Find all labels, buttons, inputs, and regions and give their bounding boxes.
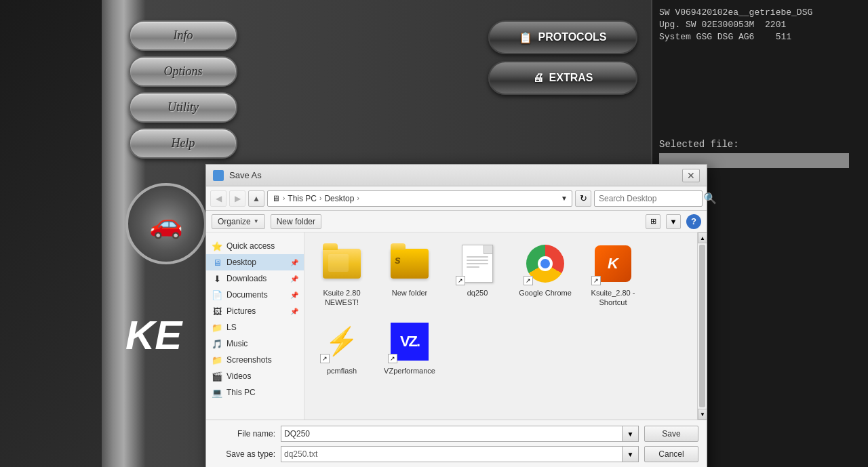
selected-file-label: Selected file:	[659, 139, 861, 150]
new-folder-file-icon: s	[388, 242, 431, 285]
pin-icon: 📌	[290, 259, 298, 266]
file-name-new-folder: New folder	[392, 288, 428, 298]
protocols-button[interactable]: 📋 PROTOCOLS	[488, 20, 637, 54]
sidebar-item-music[interactable]: 🎵 Music	[206, 336, 304, 352]
dialog-sidebar: ⭐ Quick access 🖥 Desktop 📌 ⬇ Downloads 📌…	[206, 232, 304, 420]
ksuite-shortcut-arrow: ↗	[591, 276, 601, 285]
options-button[interactable]: Options	[129, 56, 237, 87]
scroll-down-button[interactable]: ▼	[698, 409, 707, 420]
pcmflash-shortcut-arrow: ↗	[320, 354, 330, 363]
document-shape	[462, 245, 493, 283]
new-folder-button[interactable]: New folder	[271, 214, 321, 229]
file-ksuite-shortcut[interactable]: K ↗ Ksuite_2.80 - Shortcut	[583, 239, 644, 310]
shortcut-arrow: ↗	[456, 276, 465, 285]
system-info-text: SW V069420102ea__getriebe_DSG Upg. SW 02…	[659, 7, 861, 44]
scroll-up-button[interactable]: ▲	[698, 232, 707, 243]
dialog-title-icon	[213, 170, 224, 181]
refresh-button[interactable]: ↻	[575, 190, 591, 207]
save-button[interactable]: Save	[644, 426, 698, 442]
sidebar-item-videos[interactable]: 🎬 Videos	[206, 368, 304, 384]
documents-icon: 📄	[212, 289, 222, 300]
dialog-titlebar: Save As ✕	[206, 165, 707, 186]
file-ksuite-newest[interactable]: Ksuite 2.80NEWEST!	[311, 239, 372, 310]
sidebar-item-label: This PC	[226, 388, 256, 397]
extras-button[interactable]: 🖨 EXTRAS	[488, 61, 637, 95]
pin-icon: 📌	[290, 291, 298, 299]
info-button[interactable]: Info	[129, 20, 237, 51]
save-type-dropdown[interactable]: ▼	[623, 446, 639, 462]
sidebar-item-documents[interactable]: 📄 Documents 📌	[206, 287, 304, 303]
extras-icon: 🖨	[533, 72, 544, 84]
file-name-dropdown[interactable]: ▼	[623, 426, 639, 442]
file-name-chrome: Google Chrome	[519, 288, 572, 298]
view-dropdown[interactable]: ▼	[666, 214, 681, 229]
dialog-bottom: File name: ▼ Save Save as type: dq250.tx…	[206, 420, 707, 467]
dialog-addressbar: ◀ ▶ ▲ 🖥 › This PC › Desktop › ▼ ↻ 🔍	[206, 186, 707, 211]
breadcrumb-dropdown[interactable]: ▼	[561, 195, 568, 202]
pcmflash-icon: ⚡ ↗	[320, 320, 363, 363]
breadcrumb-desktop[interactable]: Desktop	[324, 194, 354, 203]
sidebar-item-quick-access[interactable]: ⭐ Quick access	[206, 238, 304, 254]
search-bar: 🔍	[594, 190, 703, 207]
file-pcmflash[interactable]: ⚡ ↗ pcmflash	[311, 317, 372, 378]
file-new-folder[interactable]: s New folder	[379, 239, 440, 310]
sidebar-item-this-pc[interactable]: 💻 This PC	[206, 384, 304, 401]
sidebar-item-label: Screenshots	[226, 355, 272, 365]
sidebar-item-pictures[interactable]: 🖼 Pictures 📌	[206, 303, 304, 319]
chrome-shortcut-arrow: ↗	[524, 276, 533, 285]
file-name-input[interactable]	[281, 426, 623, 442]
file-vzperformance[interactable]: VZ. ↗ VZperformance	[379, 317, 440, 378]
quick-access-icon: ⭐	[212, 241, 222, 251]
search-input[interactable]	[599, 194, 701, 203]
breadcrumb-sep-3: ›	[357, 195, 359, 202]
new-folder-label: New folder	[277, 217, 315, 226]
save-type-label: Save as type:	[214, 449, 275, 459]
organize-dropdown-icon: ▼	[254, 218, 259, 224]
scroll-thumb[interactable]	[699, 245, 705, 407]
cancel-button[interactable]: Cancel	[644, 446, 698, 462]
sidebar-item-screenshots[interactable]: 📁 Screenshots	[206, 352, 304, 368]
sidebar-item-label: Music	[226, 339, 248, 348]
downloads-icon: ⬇	[212, 273, 222, 284]
save-type-row: Save as type: dq250.txt ▼ Cancel	[214, 446, 698, 462]
this-pc-icon: 💻	[212, 387, 222, 398]
pin-icon: 📌	[290, 308, 298, 315]
organize-button[interactable]: Organize ▼	[212, 214, 265, 229]
sidebar-item-label: Desktop	[226, 258, 256, 267]
back-button[interactable]: ◀	[210, 190, 226, 207]
sidebar-item-label: Downloads	[226, 274, 267, 283]
ksuite-newest-icon	[320, 242, 363, 285]
sidebar-item-downloads[interactable]: ⬇ Downloads 📌	[206, 270, 304, 287]
dialog-main: Ksuite 2.80NEWEST! s New folder	[304, 232, 707, 420]
forward-button[interactable]: ▶	[229, 190, 245, 207]
organize-label: Organize	[218, 217, 251, 226]
dialog-content: ⭐ Quick access 🖥 Desktop 📌 ⬇ Downloads 📌…	[206, 232, 707, 420]
left-menu: Info Options Utility Help	[129, 20, 237, 159]
chrome-file-icon: ↗	[524, 242, 567, 285]
music-icon: 🎵	[212, 338, 222, 349]
utility-button[interactable]: Utility	[129, 92, 237, 123]
sidebar-item-desktop[interactable]: 🖥 Desktop 📌	[206, 254, 304, 270]
breadcrumb-sep-2: ›	[319, 195, 321, 202]
save-type-value[interactable]: dq250.txt	[281, 446, 623, 462]
file-grid: Ksuite 2.80NEWEST! s New folder	[304, 232, 707, 420]
file-name-vzperformance: VZperformance	[384, 366, 435, 375]
save-as-dialog: Save As ✕ ◀ ▶ ▲ 🖥 › This PC › Desktop › …	[205, 164, 707, 467]
dq250-icon: ↗	[456, 242, 499, 285]
file-name-input-container: ▼	[281, 426, 639, 442]
help-button[interactable]: Help	[129, 128, 237, 159]
breadcrumb-this-pc[interactable]: This PC	[288, 194, 317, 203]
breadcrumb-bar[interactable]: 🖥 › This PC › Desktop › ▼	[267, 190, 572, 207]
file-dq250[interactable]: ↗ dq250	[447, 239, 508, 310]
view-button[interactable]: ⊞	[646, 214, 660, 229]
up-button[interactable]: ▲	[248, 190, 264, 207]
sidebar-item-label: Videos	[226, 371, 251, 381]
vz-shortcut-arrow: ↗	[388, 354, 397, 363]
help-button-dialog[interactable]: ?	[686, 214, 701, 229]
file-google-chrome[interactable]: ↗ Google Chrome	[515, 239, 576, 310]
sidebar-item-ls[interactable]: 📁 LS	[206, 319, 304, 336]
chrome-inner-circle	[538, 256, 553, 271]
folder-shape	[323, 249, 361, 279]
pin-icon: 📌	[290, 275, 298, 283]
dialog-close-button[interactable]: ✕	[682, 169, 700, 182]
